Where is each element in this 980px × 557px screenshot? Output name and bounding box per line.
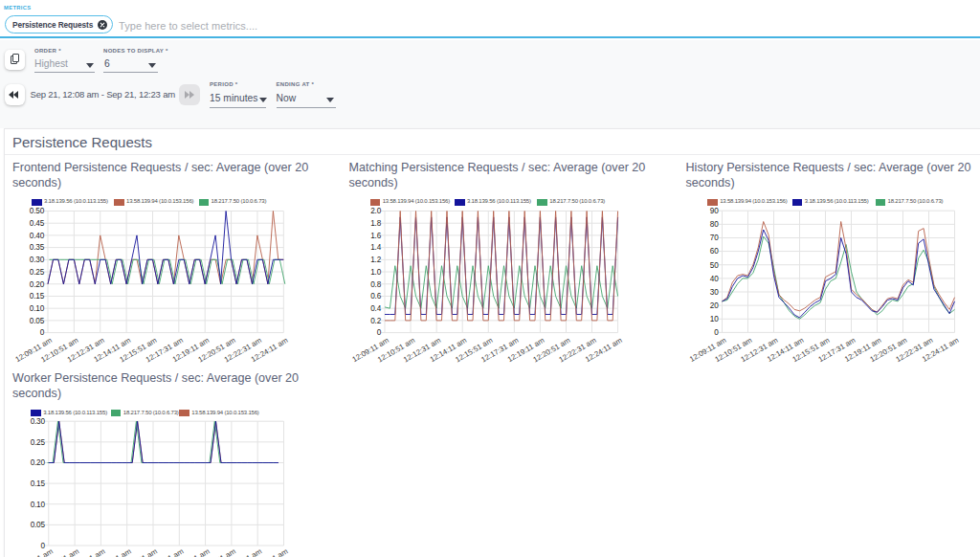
svg-text:0.10: 0.10 [31,501,46,509]
svg-text:1.8: 1.8 [370,219,381,228]
svg-text:0.05: 0.05 [31,521,46,529]
svg-text:0: 0 [377,328,382,337]
svg-text:0: 0 [40,542,45,550]
svg-text:0.45: 0.45 [30,219,45,228]
svg-text:0.30: 0.30 [30,256,45,264]
svg-text:0: 0 [40,328,45,337]
svg-text:0: 0 [714,328,719,337]
svg-text:0.35: 0.35 [30,243,45,252]
svg-text:50: 50 [710,261,719,270]
svg-text:30: 30 [710,288,719,297]
svg-text:0.50: 0.50 [30,207,45,215]
svg-text:70: 70 [710,234,719,242]
svg-text:10: 10 [710,315,719,323]
svg-text:80: 80 [710,220,719,229]
svg-text:0.15: 0.15 [31,479,46,488]
svg-text:0.05: 0.05 [30,317,45,325]
svg-text:0.4: 0.4 [370,304,381,313]
svg-text:1.2: 1.2 [370,256,381,264]
svg-text:0.6: 0.6 [370,292,381,301]
svg-text:0.8: 0.8 [370,280,381,289]
svg-text:0.20: 0.20 [30,280,45,289]
svg-text:0.20: 0.20 [31,458,46,467]
svg-text:2.0: 2.0 [370,207,381,215]
svg-text:1.6: 1.6 [370,232,381,240]
svg-text:0.30: 0.30 [31,417,46,426]
svg-text:60: 60 [710,247,719,256]
svg-text:1.0: 1.0 [370,268,381,277]
svg-text:0.15: 0.15 [30,292,45,301]
svg-text:12:09:11 am: 12:09:11 am [14,546,55,557]
svg-text:1.4: 1.4 [370,243,381,252]
svg-text:90: 90 [710,207,719,215]
svg-text:0.25: 0.25 [31,438,46,447]
svg-text:0.25: 0.25 [30,268,45,277]
svg-text:0.10: 0.10 [30,304,45,313]
svg-text:0.40: 0.40 [30,232,45,240]
svg-text:0.2: 0.2 [370,317,381,325]
svg-text:40: 40 [710,275,719,283]
svg-text:20: 20 [710,301,719,310]
